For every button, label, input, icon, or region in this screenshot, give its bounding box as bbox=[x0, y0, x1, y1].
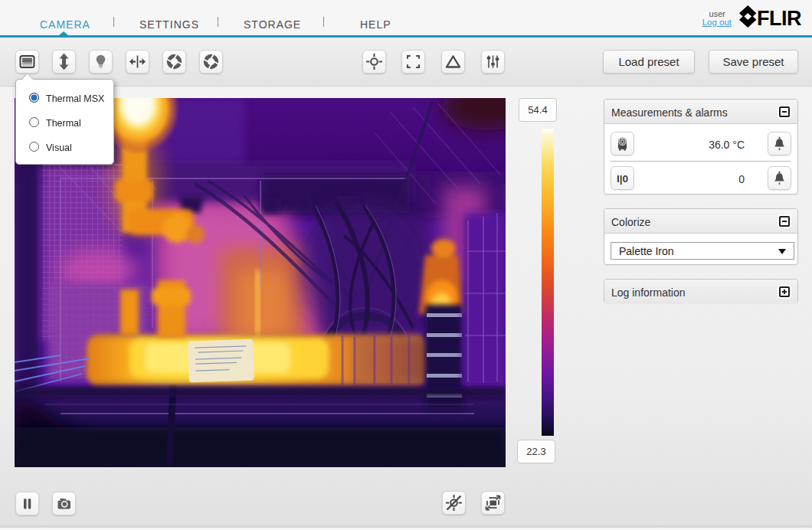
svg-text:FLIR: FLIR bbox=[757, 7, 801, 30]
svg-text:I|0: I|0 bbox=[617, 173, 628, 185]
